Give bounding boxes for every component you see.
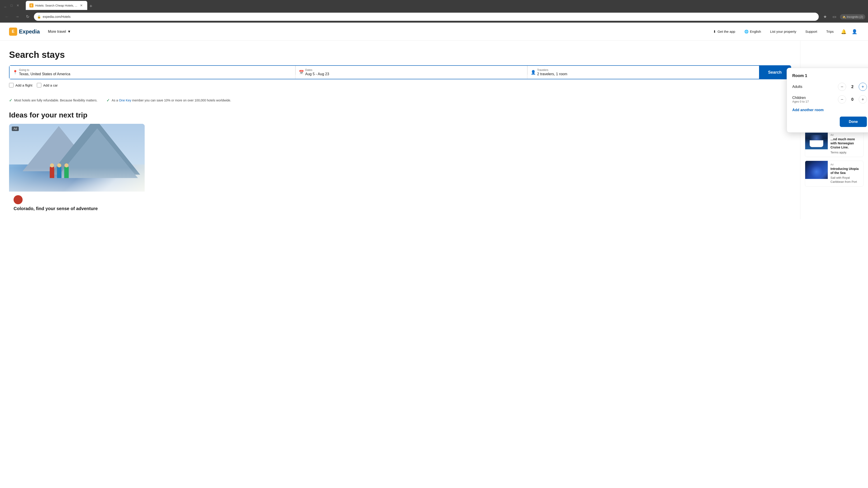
adults-increment-button[interactable]: + [859,83,867,91]
check-icon-1: ✓ [9,98,12,103]
cruise-ship [810,140,823,147]
new-tab-button[interactable]: + [88,2,94,10]
user-icon: 👤 [852,29,857,34]
sidebar-card-norwegian[interactable]: Ad ...nd much more with Norwegian Cruise… [805,131,864,157]
address-text: expedia.com/Hotels [43,15,815,19]
refresh-button[interactable]: ↻ [24,13,32,21]
support-label: Support [805,30,817,33]
person-icon: 👤 [531,70,536,75]
done-button[interactable]: Done [840,117,867,127]
sidebar-cards: Ad ...nd much more with Norwegian Cruise… [805,131,864,187]
search-title: Search stays [9,50,791,60]
norwegian-card-desc: Terms apply. [831,151,861,155]
list-property-button[interactable]: List your property [767,28,800,35]
utopia-ad-badge: Ad [831,163,861,166]
add-car-label: Add a car [43,84,58,87]
utopia-lights [805,161,828,179]
travelers-popup: Room 1 Adults − 2 + Children [786,68,868,133]
ad-badge: Ad [12,127,19,131]
card-caption-text: Colorado, find your sense of adventure [13,206,140,211]
figure-2 [57,167,61,178]
travelers-field[interactable]: 👤 Travelers 2 travelers, 1 room [528,66,759,79]
card-caption: Colorado, find your sense of adventure [9,192,145,215]
one-key-link[interactable]: One Key [119,98,131,102]
right-sidebar: Room 1 Adults − 2 + Children [800,41,868,219]
download-icon: ⬇ [713,30,716,34]
main-content: Search stays 📍 Going to Texas, United St… [0,41,800,219]
tab-close-button[interactable]: ✕ [79,3,84,8]
reader-view-button[interactable]: ▭ [831,13,839,21]
children-value: 0 [850,97,855,102]
benefit-2: ✓ As a One Key member you can save 10% o… [106,98,231,103]
add-car-option[interactable]: Add a car [37,83,58,88]
going-to-label: Going to [19,68,291,72]
dates-label: Dates [305,68,523,72]
trips-button[interactable]: Trips [823,28,837,35]
figure-3 [64,167,69,178]
going-to-value: Texas, United States of America [19,72,291,76]
logo-link[interactable]: E Expedia [9,28,40,36]
page-content: E Expedia More travel ▼ ⬇ Get the app 🌐 … [0,23,868,479]
account-button[interactable]: 👤 [850,27,859,36]
colorado-logo [13,195,23,204]
add-flight-checkbox[interactable] [9,83,13,88]
ideas-card[interactable]: Ad Colorado, find your sense of adventur… [9,124,145,215]
add-another-room-link[interactable]: Add another room [792,108,867,112]
active-tab[interactable]: E Hotels: Search Cheap Hotels, ... ✕ [26,1,87,10]
benefits-bar: ✓ Most hotels are fully refundable. Beca… [0,94,800,106]
back-button[interactable]: ← [3,13,11,21]
get-app-button[interactable]: ⬇ Get the app [710,28,739,35]
toolbar-actions: ★ ▭ 🕵 Incognito (2) [821,13,865,21]
utopia-card-title: Introducing Utopia of the Sea [831,167,861,175]
more-travel-button[interactable]: More travel ▼ [45,28,74,35]
utopia-card-content: Ad Introducing Utopia of the Sea Sail wi… [828,161,863,186]
logo-text: Expedia [19,29,40,35]
adults-decrement-button[interactable]: − [838,83,846,91]
window-controls: ⎯ □ ✕ [3,3,20,8]
dates-field[interactable]: 📅 Dates Aug 5 - Aug 23 [296,66,527,79]
children-increment-button[interactable]: + [859,95,867,103]
sidebar-card-utopia[interactable]: Ad Introducing Utopia of the Sea Sail wi… [805,161,864,187]
add-flight-label: Add a flight [16,84,32,87]
children-row: Children Ages 0 to 17 − 0 + [792,95,867,103]
address-bar[interactable]: 🔒 expedia.com/Hotels [34,13,819,21]
popup-footer: Done [792,117,867,127]
add-flight-option[interactable]: Add a flight [9,83,32,88]
going-to-field[interactable]: 📍 Going to Texas, United States of Ameri… [9,66,296,79]
notifications-button[interactable]: 🔔 [839,27,848,36]
children-sublabel: Ages 0 to 17 [792,100,809,103]
site-header: E Expedia More travel ▼ ⬇ Get the app 🌐 … [0,23,868,41]
page-layout: Search stays 📍 Going to Texas, United St… [0,41,868,219]
add-car-checkbox[interactable] [37,83,41,88]
incognito-icon: 🕵 [842,15,846,19]
children-label: Children [792,96,809,100]
tab-favicon: E [29,3,33,7]
children-label-block: Children Ages 0 to 17 [792,96,809,103]
forward-button[interactable]: → [13,13,21,21]
trips-label: Trips [826,30,834,33]
benefit-2-text: As a One Key member you can save 10% or … [112,98,231,102]
language-button[interactable]: 🌐 English [741,28,765,35]
get-app-label: Get the app [717,30,735,33]
language-label: English [750,30,761,33]
search-button[interactable]: Search [759,66,791,79]
support-button[interactable]: Support [802,28,821,35]
bell-icon: 🔔 [841,29,846,34]
bookmark-button[interactable]: ★ [821,13,829,21]
children-decrement-button[interactable]: − [838,95,846,103]
mountain-scene [9,124,145,192]
utopia-card-image [805,161,828,179]
close-button[interactable]: ✕ [16,3,20,8]
adults-stepper: − 2 + [838,83,867,91]
minimize-button[interactable]: ⎯ [3,3,8,8]
ideas-section: Ideas for your next trip [0,106,800,219]
globe-icon: 🌐 [744,30,749,34]
maximize-button[interactable]: □ [9,3,14,8]
header-actions: ⬇ Get the app 🌐 English List your proper… [710,27,859,36]
utopia-card-desc: Sail with Royal Caribbean from Port [831,176,861,184]
benefit-1: ✓ Most hotels are fully refundable. Beca… [9,98,97,103]
adults-value: 2 [850,85,855,89]
logo-icon: E [9,28,17,36]
dates-value: Aug 5 - Aug 23 [305,72,523,76]
benefit-1-text: Most hotels are fully refundable. Becaus… [14,98,97,102]
